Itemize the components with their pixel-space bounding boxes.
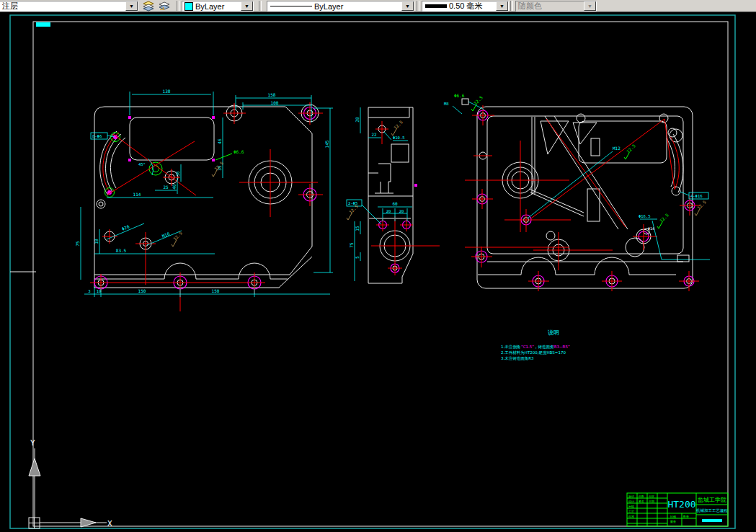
note-line1-a: 1.未注倒角 [501, 345, 520, 350]
chevron-down-icon: ▼ [584, 1, 596, 11]
centerlines [90, 102, 323, 311]
drawing-canvas[interactable]: Y X [0, 12, 756, 532]
dim-label: 28 [355, 117, 360, 123]
toolbar-separator [510, 1, 513, 11]
document-title: 机械加工工艺规程 [696, 508, 729, 513]
chevron-down-icon[interactable]: ▼ [125, 1, 138, 11]
roughness-label: 12.5 [393, 119, 404, 130]
toolbar-separator [177, 1, 179, 11]
lineweight-combo-value: 0.50 毫米 [447, 1, 482, 12]
note-line2: 2.工件材料为HT200,硬度HBS=170 [501, 350, 566, 355]
note-line1-b: “C1.5” [521, 345, 534, 349]
dim-label: 158 [268, 92, 276, 97]
dim-label: 75 [349, 242, 354, 248]
linetype-combo-value: ByLayer [312, 2, 343, 11]
layers-back-icon [157, 0, 172, 12]
color-swatch [184, 2, 193, 11]
dim-label: 138 [163, 89, 171, 94]
field-label: 批准 [628, 515, 634, 518]
dim-label: 10 [97, 289, 102, 293]
field-label: 分区 [649, 495, 654, 498]
back-view: 12.5 Φ6.6 M8 M12 12.5 4-Φ16 12.5 Φ16.5 1… [444, 93, 710, 291]
field-label: 工艺 [628, 510, 634, 513]
organization-label: 盐城工学院 [698, 497, 726, 503]
dim-label: 75 [75, 241, 80, 247]
note-line3: 3.未注铸造圆角R3 [501, 356, 534, 361]
dim-label: 100 [271, 100, 279, 105]
linetype-swatch [270, 6, 312, 6]
dim-label: 60 [392, 201, 398, 206]
hole-label: Φ14 [648, 226, 654, 231]
dim-label: 20 [399, 209, 404, 213]
chevron-down-icon[interactable]: ▼ [401, 1, 414, 11]
dimension-lines [81, 92, 333, 297]
roughness-label: 12.5 [473, 94, 484, 105]
dim-label: 150 [138, 288, 146, 293]
field-label: 设计 [628, 500, 634, 503]
roughness-label: 12.5 [659, 212, 670, 223]
layer-combo-value: 注层 [0, 1, 18, 12]
roughness-label: 12.5 [626, 143, 636, 154]
hole-label: Φ10.5 [393, 136, 405, 140]
front-view: 138 158 100 46 35 145 16 40 25 114 83.5 … [75, 89, 333, 311]
sheet-frame [10, 15, 735, 528]
notes-title: 说明 [548, 329, 559, 336]
field-label: 日期 [649, 500, 654, 503]
dim-label: 20 [386, 209, 391, 213]
plotstyle-combo: 随颜色 ▼ [515, 1, 597, 12]
dim-label: 114 [133, 192, 141, 197]
layer-previous-button[interactable] [157, 0, 172, 12]
material-label: HT200 [667, 499, 695, 510]
dim-label: 40 [172, 184, 177, 190]
dim-label: 145 [324, 140, 329, 148]
lineweight-swatch [425, 4, 447, 8]
leader-label: M12 [613, 146, 621, 151]
note-line1-c: ，铸造圆角 [534, 345, 554, 350]
front-opening [130, 118, 214, 160]
boxed-label: 4-Φ16 [690, 194, 703, 198]
hole-label: Φ6.6 [454, 93, 465, 98]
leader-label: Φ16.5 [639, 214, 651, 218]
dim-label: 83.5 [116, 248, 127, 253]
title-block-bar [702, 519, 722, 522]
dim-label: 16 [175, 171, 180, 177]
field-label: 审核 [628, 505, 634, 508]
dim-label: 46 [217, 138, 222, 144]
plotstyle-combo-value: 随颜色 [516, 1, 542, 12]
hole-label: Φ6.6 [234, 149, 244, 154]
dim-label: 15 [355, 226, 360, 231]
color-combo[interactable]: ByLayer ▼ [182, 1, 254, 12]
chevron-down-icon[interactable]: ▼ [496, 1, 508, 11]
ucs-y-label: Y [30, 438, 35, 448]
ucs-x-label: X [107, 519, 112, 528]
field-label: 处数 [639, 495, 644, 498]
toolbar-separator [259, 1, 262, 11]
boxed-label: 8-Φ6 [92, 134, 102, 138]
roughness-label: 12.5 [172, 230, 183, 241]
frame-corner-mark [36, 22, 50, 27]
dim-label: 22 [371, 132, 377, 137]
notes-block: 说明 1.未注倒角 “C1.5” ，铸造圆角 “R3~R5” 2.工件材料为HT… [501, 329, 570, 361]
layers-icon [141, 0, 156, 12]
linetype-combo[interactable]: ByLayer ▼ [267, 1, 414, 12]
field-label: 签名 [639, 500, 644, 503]
field-label: 数量 [683, 515, 689, 518]
dim-label: 5 [355, 256, 360, 259]
dim-label: 18 [94, 239, 99, 244]
dim-label: 3 [88, 289, 90, 293]
lineweight-combo[interactable]: 0.50 毫米 ▼ [422, 1, 509, 12]
layer-combo[interactable]: 注层 ▼ [0, 1, 138, 12]
leader-label: M16 [161, 231, 171, 239]
title-block: HT200 盐城工学院 机械加工工艺规程 标记 处数 分区 设计 签名 日期 审… [627, 493, 729, 526]
toolbar-separator [417, 1, 419, 11]
color-combo-value: ByLayer [193, 2, 224, 11]
hole-label: M8 [444, 102, 449, 106]
dim-label: 150 [212, 288, 220, 293]
ucs-icon: Y X [29, 438, 112, 528]
properties-toolbar: 注层 ▼ ByLayer ▼ ByLayer ▼ 0.50 毫米 ▼ 随颜色 [0, 0, 756, 12]
roughness-label: 12.5 [696, 199, 707, 210]
chevron-down-icon[interactable]: ▼ [241, 1, 253, 11]
make-layer-current-button[interactable] [141, 0, 156, 12]
note-line1-d: “R3~R5” [552, 345, 570, 349]
angle-label: 45° [138, 162, 146, 167]
